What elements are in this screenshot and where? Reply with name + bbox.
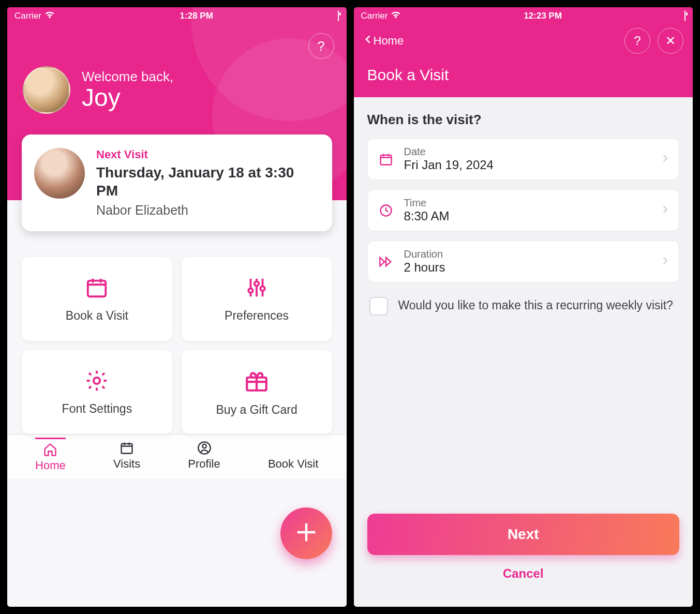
calendar-icon <box>85 276 109 302</box>
date-field[interactable]: Date Fri Jan 19, 2024 <box>367 138 680 180</box>
tab-label: Home <box>35 459 66 472</box>
tab-label: Book Visit <box>268 457 318 471</box>
visitor-avatar <box>34 148 85 199</box>
tab-label: Profile <box>188 457 220 471</box>
field-value: 8:30 AM <box>404 209 651 223</box>
tab-label: Visits <box>113 457 140 471</box>
tile-label: Font Settings <box>62 402 132 416</box>
tile-label: Preferences <box>225 309 289 323</box>
top-bar: Carrier 12:23 PM Home ? ✕ Book <box>354 7 693 97</box>
svg-rect-0 <box>88 280 106 296</box>
tile-book-visit[interactable]: Book a Visit <box>22 257 172 341</box>
user-name: Joy <box>82 85 173 111</box>
field-label: Date <box>404 146 651 158</box>
tile-label: Book a Visit <box>66 309 128 323</box>
user-avatar[interactable] <box>23 66 70 114</box>
recurring-text: Would you like to make this a recurring … <box>398 297 673 314</box>
field-label: Time <box>404 197 651 209</box>
home-icon <box>43 442 57 457</box>
form-body: When is the visit? Date Fri Jan 19, 2024… <box>354 97 693 607</box>
chevron-right-icon <box>660 253 669 270</box>
chevron-right-icon <box>660 151 669 168</box>
back-button[interactable]: Home <box>363 32 404 50</box>
home-content: Book a Visit Preferences Font Settings B… <box>7 200 347 607</box>
svg-rect-6 <box>122 443 132 453</box>
cancel-button[interactable]: Cancel <box>367 555 680 592</box>
tile-preferences[interactable]: Preferences <box>182 257 332 341</box>
next-visit-label: Next Visit <box>96 148 320 161</box>
plus-icon <box>293 519 320 548</box>
recurring-checkbox[interactable] <box>369 297 388 316</box>
svg-rect-9 <box>380 155 391 164</box>
recurring-row: Would you like to make this a recurring … <box>367 292 680 321</box>
home-screen: Carrier 1:28 PM ? Welcome back, Joy Next… <box>7 7 347 607</box>
close-icon: ✕ <box>665 34 676 48</box>
hero: Carrier 1:28 PM ? Welcome back, Joy Next… <box>7 7 347 242</box>
question-icon: ? <box>634 34 641 48</box>
calendar-icon <box>377 152 395 167</box>
welcome-label: Welcome back, <box>82 69 173 85</box>
button-label: Next <box>508 526 539 542</box>
tab-profile[interactable]: Profile <box>188 441 220 471</box>
tab-book-visit[interactable]: Book Visit <box>268 441 318 471</box>
tile-label: Buy a Gift Card <box>216 403 297 417</box>
clock-icon <box>377 203 395 218</box>
carrier-label: Carrier <box>361 11 388 21</box>
gift-icon <box>244 368 270 396</box>
back-label: Home <box>374 34 404 48</box>
duration-field[interactable]: Duration 2 hours <box>367 241 680 282</box>
svg-point-2 <box>255 281 259 286</box>
book-visit-screen: Carrier 12:23 PM Home ? ✕ Book <box>354 7 693 607</box>
profile-icon <box>197 441 212 455</box>
svg-point-1 <box>248 288 252 292</box>
tab-visits[interactable]: Visits <box>113 441 140 471</box>
svg-point-4 <box>94 377 100 383</box>
tile-gift-card[interactable]: Buy a Gift Card <box>182 350 332 434</box>
help-button[interactable]: ? <box>624 28 650 54</box>
next-button[interactable]: Next <box>367 514 680 555</box>
close-button[interactable]: ✕ <box>658 28 683 54</box>
svg-point-3 <box>260 286 264 290</box>
welcome-row: Welcome back, Joy <box>7 25 347 134</box>
calendar-icon <box>120 441 134 455</box>
section-heading: When is the visit? <box>367 112 680 128</box>
field-value: 2 hours <box>404 260 651 275</box>
button-label: Cancel <box>503 566 544 580</box>
chevron-right-icon <box>660 202 669 219</box>
tab-bar: Home Visits Profile Book Visit <box>7 434 347 478</box>
tab-home[interactable]: Home <box>35 438 66 472</box>
wifi-icon <box>391 11 401 22</box>
svg-point-8 <box>202 444 206 447</box>
fast-forward-icon <box>377 256 395 267</box>
chevron-left-icon <box>363 32 374 50</box>
next-visit-card[interactable]: Next Visit Thursday, January 18 at 3:30 … <box>22 134 332 231</box>
sliders-icon <box>245 276 269 302</box>
field-value: Fri Jan 19, 2024 <box>404 158 651 172</box>
status-bar: Carrier 12:23 PM <box>354 7 693 25</box>
status-time: 12:23 PM <box>524 11 562 21</box>
gear-icon <box>85 369 109 395</box>
next-visit-title: Thursday, January 18 at 3:30 PM <box>96 163 320 200</box>
time-field[interactable]: Time 8:30 AM <box>367 189 680 231</box>
battery-icon <box>684 11 686 21</box>
field-label: Duration <box>404 248 651 260</box>
page-title: Book a Visit <box>354 54 693 87</box>
next-visit-who: Nabor Elizabeth <box>96 203 320 218</box>
tile-font-settings[interactable]: Font Settings <box>22 350 172 434</box>
fab-add[interactable] <box>280 507 332 559</box>
